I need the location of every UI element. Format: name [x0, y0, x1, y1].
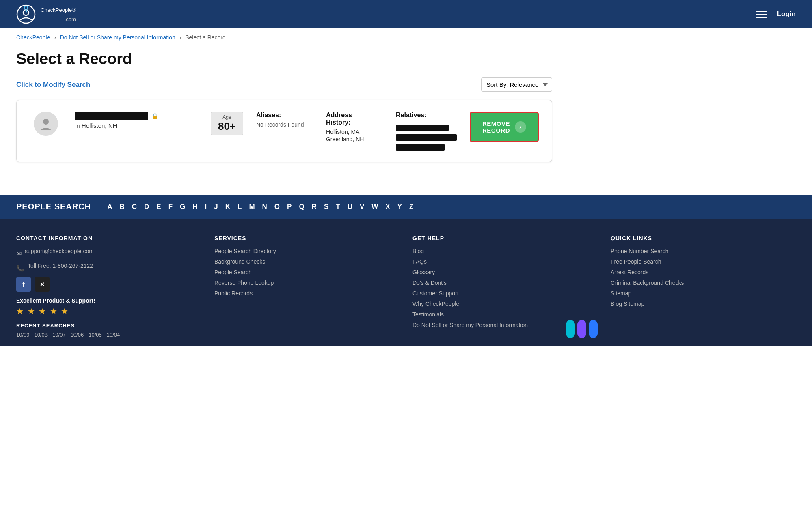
help-blog[interactable]: Blog [412, 248, 598, 254]
breadcrumb-sep-1: › [54, 34, 56, 41]
quick-criminal-bg-checks[interactable]: Criminal Background Checks [611, 280, 796, 286]
date-4[interactable]: 10/06 [71, 332, 84, 338]
bubble-purple [577, 320, 586, 338]
modify-search-link[interactable]: Click to Modify Search [16, 81, 90, 89]
help-why-checkpeople[interactable]: Why CheckPeople [412, 301, 598, 307]
alphabet-letters: A B C D E F G H I J K L M N O P Q R S T … [107, 203, 413, 211]
date-3[interactable]: 10/07 [52, 332, 66, 338]
relative-2-redacted [396, 134, 457, 141]
remove-arrow-icon: › [515, 121, 526, 133]
alpha-Q[interactable]: Q [299, 203, 304, 211]
service-reverse-phone[interactable]: Reverse Phone Lookup [214, 280, 400, 286]
alpha-C[interactable]: C [132, 203, 137, 211]
hamburger-menu[interactable] [756, 11, 767, 18]
alpha-F[interactable]: F [168, 203, 173, 211]
alpha-K[interactable]: K [225, 203, 230, 211]
rating-area: Excellent Product & Support! ★ ★ ★ ★ ★ [16, 297, 201, 316]
alpha-V[interactable]: V [360, 203, 364, 211]
people-search-title: PEOPLE SEARCH [16, 202, 91, 211]
date-6[interactable]: 10/04 [107, 332, 120, 338]
breadcrumb-do-not-sell[interactable]: Do Not Sell or Share my Personal Informa… [60, 34, 175, 41]
logo-icon [16, 4, 36, 24]
alpha-M[interactable]: M [249, 203, 255, 211]
footer-help-col: GET HELP Blog FAQs Glossary Do's & Dont'… [412, 235, 598, 338]
date-2[interactable]: 10/08 [35, 332, 48, 338]
service-public-records[interactable]: Public Records [214, 290, 400, 297]
hamburger-line-3 [756, 17, 767, 18]
date-5[interactable]: 10/05 [89, 332, 102, 338]
breadcrumb-current: Select a Record [185, 34, 226, 41]
help-glossary[interactable]: Glossary [412, 269, 598, 275]
alpha-T[interactable]: T [336, 203, 340, 211]
recent-dates: 10/09 10/08 10/07 10/06 10/05 10/04 [16, 332, 201, 338]
breadcrumb-checkpeople[interactable]: CheckPeople [16, 34, 50, 41]
quick-arrest-records[interactable]: Arrest Records [611, 269, 796, 275]
relatives-title: Relatives: [396, 112, 457, 119]
header: CheckPeople® .com Login [0, 0, 812, 28]
logo-brand: CheckPeople [41, 7, 72, 13]
alpha-B[interactable]: B [119, 203, 124, 211]
alpha-L[interactable]: L [238, 203, 242, 211]
rating-text: Excellent Product & Support! [16, 297, 201, 304]
alpha-Y[interactable]: Y [397, 203, 402, 211]
help-faqs[interactable]: FAQs [412, 258, 598, 265]
header-right: Login [756, 10, 796, 18]
alpha-I[interactable]: I [205, 203, 207, 211]
bubble-blue [589, 320, 598, 338]
avatar-area [30, 112, 62, 139]
relatives-column: Relatives: [396, 112, 457, 151]
alpha-W[interactable]: W [371, 203, 378, 211]
service-people-search[interactable]: People Search [214, 269, 400, 275]
alpha-D[interactable]: D [144, 203, 149, 211]
quick-sitemap[interactable]: Sitemap [611, 290, 796, 297]
alpha-U[interactable]: U [348, 203, 352, 211]
alpha-O[interactable]: O [274, 203, 280, 211]
email-icon: ✉ [16, 249, 22, 257]
age-badge: Age 80+ [211, 112, 243, 135]
sort-select[interactable]: Sort By: Relevance Sort By: Age Sort By:… [481, 77, 552, 92]
alpha-J[interactable]: J [214, 203, 218, 211]
quick-free-people-search[interactable]: Free People Search [611, 258, 796, 265]
services-title: SERVICES [214, 235, 400, 241]
quick-links-title: QUICK LINKS [611, 235, 796, 241]
age-value: 80+ [218, 120, 236, 133]
aliases-value: No Records Found [256, 121, 313, 128]
footer: CONTACT INFORMATION ✉ support@checkpeopl… [0, 219, 812, 346]
facebook-icon[interactable]: f [16, 277, 31, 292]
alpha-X[interactable]: X [385, 203, 390, 211]
logo-text: CheckPeople® .com [41, 7, 76, 22]
service-people-search-dir[interactable]: People Search Directory [214, 248, 400, 254]
alpha-S[interactable]: S [324, 203, 328, 211]
twitter-icon[interactable]: ✕ [35, 277, 50, 292]
service-background-checks[interactable]: Background Checks [214, 258, 400, 265]
alpha-G[interactable]: G [180, 203, 185, 211]
footer-quick-links-col: QUICK LINKS Phone Number Search Free Peo… [611, 235, 796, 338]
date-1[interactable]: 10/09 [16, 332, 30, 338]
bubble-teal [566, 320, 575, 338]
footer-services-col: SERVICES People Search Directory Backgro… [214, 235, 400, 338]
alpha-H[interactable]: H [192, 203, 197, 211]
help-customer-support[interactable]: Customer Support [412, 290, 598, 297]
lock-icon: 🔒 [151, 113, 158, 119]
recent-searches-title: RECENT SEARCHES [16, 323, 201, 329]
contact-phone[interactable]: Toll Free: 1-800-267-2122 [28, 262, 93, 269]
svg-point-2 [24, 6, 28, 9]
logo-area: CheckPeople® .com [16, 4, 76, 24]
alpha-A[interactable]: A [107, 203, 112, 211]
quick-blog-sitemap[interactable]: Blog Sitemap [611, 301, 796, 307]
alpha-E[interactable]: E [156, 203, 161, 211]
hamburger-line-1 [756, 11, 767, 12]
alphabet-bar: PEOPLE SEARCH A B C D E F G H I J K L M … [0, 195, 812, 219]
help-testimonials[interactable]: Testimonials [412, 311, 598, 318]
quick-phone-search[interactable]: Phone Number Search [611, 248, 796, 254]
remove-record-button[interactable]: REMOVERECORD › [470, 112, 539, 142]
help-dos-donts[interactable]: Do's & Dont's [412, 280, 598, 286]
contact-email[interactable]: support@checkpeople.com [25, 248, 94, 254]
address-column: Address History: Holliston, MA Greenland… [326, 112, 383, 143]
alpha-N[interactable]: N [262, 203, 267, 211]
svg-point-3 [43, 119, 49, 125]
login-button[interactable]: Login [777, 10, 796, 18]
alpha-R[interactable]: R [312, 203, 317, 211]
alpha-P[interactable]: P [287, 203, 292, 211]
alpha-Z[interactable]: Z [409, 203, 413, 211]
